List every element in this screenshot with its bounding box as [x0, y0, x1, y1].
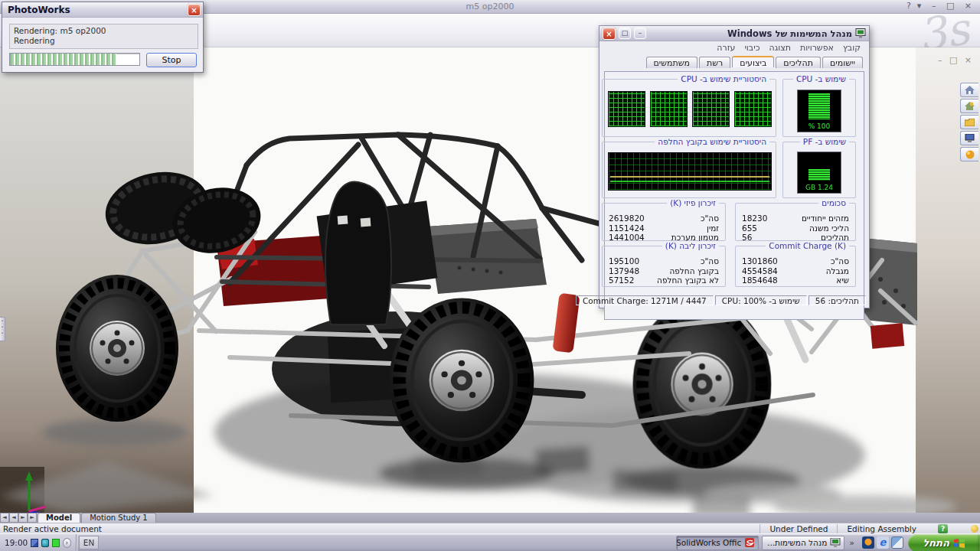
cpu-usage-value: 100 %: [798, 122, 841, 130]
tm-status-cpu: שימוש ב- CPU: 100%: [715, 295, 807, 305]
tab-nav-last-button[interactable]: ►: [28, 513, 37, 523]
task-manager-menubar: קובץ אפשרויות תצוגה כיבוי עזרה: [599, 41, 869, 54]
stat-label: שיא: [836, 276, 849, 285]
file-explorer-tab[interactable]: [960, 115, 978, 129]
appearances-tab[interactable]: [960, 147, 978, 161]
physical-memory-groupbox: זיכרון פיזי (K) סה"כ2619820 זמין1151424 …: [602, 203, 726, 241]
network-tray-icon[interactable]: [31, 539, 38, 547]
tab-performance[interactable]: ביצועים: [732, 56, 774, 67]
pf-history-label: היסטוריית שימוש בקובץ החלפה: [655, 137, 769, 146]
menu-file[interactable]: קובץ: [839, 43, 864, 53]
task-manager-icon: [830, 538, 841, 547]
taskbar: התחל e « מנהל המשימות... ...SolidWorks O…: [0, 533, 980, 551]
stat-label: מזהים ייחודיים: [802, 214, 849, 223]
commit-charge-label: (K) Commit Charge: [766, 241, 849, 250]
stat-value: 195100: [609, 256, 639, 266]
status-message: Render active document: [0, 524, 760, 533]
totals-groupbox: סכומים מזהים ייחודיים18230 הליכי משנה655…: [735, 203, 856, 241]
task-pane-tabs: [960, 83, 978, 163]
photoworks-title: PhotoWorks: [8, 5, 188, 15]
language-indicator[interactable]: EN: [79, 536, 99, 549]
stat-value: 2619820: [609, 214, 645, 223]
taskbar-button-label: מנהל המשימות...: [767, 538, 827, 547]
doc-close-button[interactable]: ×: [965, 55, 974, 65]
help-button[interactable]: ?: [904, 1, 915, 11]
cpu-history-graph-4: [734, 91, 772, 127]
stat-label: סה"כ: [831, 256, 849, 266]
stat-value: 655: [742, 223, 757, 233]
menu-view[interactable]: תצוגה: [765, 43, 794, 53]
stat-value: 1151424: [609, 223, 645, 233]
task-manager-titlebar: מנהל המשימות של Windows – □ ×: [599, 26, 869, 41]
menu-options[interactable]: אפשרויות: [796, 43, 838, 53]
tab-model[interactable]: Model: [38, 513, 80, 523]
design-library-tab[interactable]: [960, 99, 978, 113]
tm-restore-button[interactable]: □: [619, 28, 631, 39]
tm-minimize-button[interactable]: –: [634, 28, 646, 39]
view-palette-tab[interactable]: [960, 131, 978, 145]
feature-tree-splitter-handle[interactable]: •••: [0, 317, 5, 341]
stat-value: 1301860: [742, 256, 778, 266]
solidworks-resources-tab[interactable]: [960, 83, 978, 97]
status-led-tray-icon[interactable]: [52, 539, 60, 547]
stat-value: 137948: [609, 266, 639, 276]
performance-tab-page: שימוש ב- CPU 100 % היסטוריית שימוש ב- CP…: [604, 71, 864, 320]
stat-label: סה"כ: [701, 256, 719, 266]
stat-value: 57152: [609, 276, 634, 285]
taskbar-button-solidworks[interactable]: ...SolidWorks Offic: [676, 536, 759, 550]
tray-chevron-button[interactable]: ›: [63, 538, 71, 548]
render-status-line1: Rendering: m5 op2000: [14, 26, 194, 36]
show-desktop-icon[interactable]: [891, 536, 903, 549]
pf-usage-label: שימוש ב- PF: [800, 137, 849, 146]
menu-help[interactable]: עזרה: [713, 43, 739, 53]
render-status-line2: Rendering: [14, 36, 194, 46]
task-manager-titlebar-icon: [855, 28, 866, 38]
tab-processes[interactable]: תהליכים: [776, 57, 821, 68]
app-tray-icon[interactable]: [41, 539, 49, 547]
windows-logo-icon: [953, 537, 965, 548]
monitor-icon: [965, 134, 975, 142]
render-status-panel: Rendering: m5 op2000 Rendering: [9, 24, 198, 49]
tab-nav-prev-button[interactable]: ◄: [9, 513, 18, 523]
doc-minimize-button[interactable]: –: [938, 55, 945, 65]
folder-icon: [965, 119, 975, 126]
totals-label: סכומים: [818, 198, 849, 207]
tab-nav-next-button[interactable]: ►: [18, 513, 28, 523]
cpu-history-label: היסטוריית שימוש ב- CPU: [678, 74, 769, 83]
cpu-history-graph-3: [692, 91, 730, 127]
tab-motion-study[interactable]: Motion Study 1: [81, 513, 156, 523]
document-window-controls: – □ ×: [938, 55, 974, 65]
stat-label: סה"כ: [701, 214, 719, 223]
taskbar-button-task-manager[interactable]: מנהל המשימות...: [762, 536, 844, 550]
quick-launch-overflow-chevron[interactable]: «: [846, 538, 858, 548]
quick-tips-icon[interactable]: ?: [938, 524, 948, 533]
status-bar: Render active document Under Defined Edi…: [0, 523, 980, 533]
photoworks-close-button[interactable]: ×: [188, 4, 201, 16]
stop-button[interactable]: Stop: [146, 53, 197, 67]
start-label: התחל: [923, 537, 949, 549]
pf-history-groupbox: היסטוריית שימוש בקובץ החלפה: [602, 142, 776, 198]
pf-usage-meter-bar: [808, 169, 830, 181]
stat-value: 1854648: [742, 276, 778, 285]
tab-users[interactable]: משתמשים: [646, 57, 698, 68]
tab-applications[interactable]: יישומים: [822, 57, 863, 68]
media-player-icon[interactable]: [862, 536, 874, 549]
edit-mode-status: Editing Assembly: [837, 524, 926, 533]
stat-value: 4554584: [742, 266, 778, 276]
menu-shutdown[interactable]: כיבוי: [740, 43, 763, 53]
doc-restore-button[interactable]: □: [949, 55, 959, 65]
photoworks-titlebar: PhotoWorks ×: [2, 2, 203, 18]
tm-status-commit: Commit Charge: 1271M / 4447: [576, 295, 714, 305]
tab-networking[interactable]: רשת: [699, 57, 730, 68]
render-progress-bar: [9, 53, 140, 66]
tm-close-button[interactable]: ×: [603, 28, 616, 40]
task-manager-window: מנהל המשימות של Windows – □ × קובץ אפשרו…: [599, 25, 870, 308]
sphere-icon: [965, 150, 975, 159]
library-icon: [965, 102, 975, 110]
status-corner-icon: [971, 525, 978, 533]
stat-label: מגבלה: [826, 266, 849, 276]
internet-explorer-icon[interactable]: e: [877, 536, 889, 549]
start-button[interactable]: התחל: [908, 534, 980, 551]
tab-nav-first-button[interactable]: ◄: [0, 513, 9, 523]
constraint-status: Under Defined: [760, 524, 837, 533]
